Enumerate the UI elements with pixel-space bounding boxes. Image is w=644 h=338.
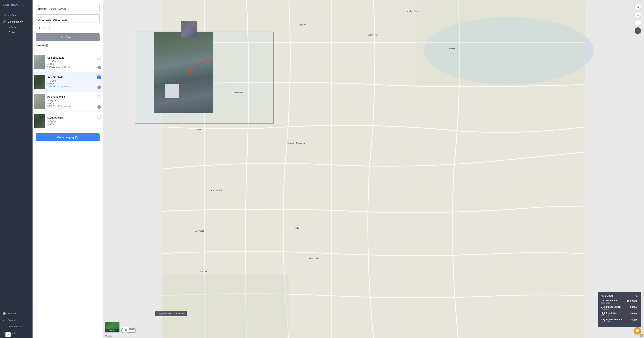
result-radio-1[interactable]	[97, 56, 101, 60]
result-item-1[interactable]: Sep 2nd, 2023 ✦ SkySat ⊟ 0.5m $878.10 US…	[32, 52, 103, 72]
filter-btn-label: Filter	[42, 27, 47, 29]
sidebar-bottom: ? Support Account Collapse Nav	[0, 308, 32, 338]
map-info-icon[interactable]: i	[640, 334, 643, 337]
result-thumb-1	[34, 55, 45, 69]
mapbox-logo: 🗺 mapbox	[105, 335, 113, 337]
result-meta-res-2: ⊟ 0.5m	[47, 82, 95, 85]
dates-value: Jul 01, 2023 - Dec 01, 2023	[38, 18, 97, 21]
resolution-icon-4: ⊟	[47, 123, 49, 125]
past-label: > Past	[9, 31, 15, 33]
dates-label: Dates	[38, 16, 97, 18]
result-info-btn-3[interactable]: i	[98, 105, 101, 109]
svg-rect-6	[162, 275, 289, 338]
question-icon: ?	[3, 312, 6, 315]
left-panel: Location Hamilton, Ontario, Canada Dates…	[32, 0, 103, 338]
result-radio-4[interactable]	[97, 115, 101, 119]
chat-bubble-button[interactable]	[634, 327, 641, 335]
area-limits-row-3: High Resolution 50cm - 1m 500km²	[601, 312, 638, 317]
area-limits-row-1: Low Resolution 8.1m - 15m 10,000km²	[601, 299, 638, 304]
results-list: Sep 2nd, 2023 ✦ SkySat ⊟ 0.5m $878.10 US…	[32, 52, 103, 131]
resolution-icon-1: ⊟	[47, 63, 49, 65]
map-area[interactable]: Headon Forest Waterdown Millgrove Burlin…	[103, 0, 644, 338]
sidebar-item-order-imagery-label: Order Imagery	[8, 20, 23, 23]
sidebar-item-future[interactable]: > Future	[7, 25, 32, 29]
result-item-4[interactable]: Oct 6th, 2023 ✦ SkySat ⊟ 0.5m	[32, 112, 103, 131]
skysat-icon-4: ✦	[47, 121, 49, 123]
map-controls-right	[634, 3, 641, 34]
result-info-btn-1[interactable]: i	[98, 66, 101, 69]
result-info-1: Sep 2nd, 2023 ✦ SkySat ⊟ 0.5m $878.10 US…	[47, 56, 95, 68]
result-meta-res-1: ⊟ 0.5m	[47, 63, 95, 65]
result-info-2: Sep 6th, 2023 ✦ SkySat ⊟ 0.5m $841.78 US…	[47, 76, 95, 88]
area-limits-panel: Area Limits ⊞ Low Resolution 8.1m - 15m …	[598, 292, 641, 327]
app-logo: EARTHCACHE	[0, 0, 32, 10]
area-limits-row-2: Medium Resolution 1.5m - 8m 500km²	[601, 306, 638, 310]
map-crop-button[interactable]	[634, 11, 641, 18]
filter-icon: ⊞	[38, 27, 40, 29]
skysat-icon-3: ✦	[47, 100, 49, 102]
result-item-2[interactable]: Sep 6th, 2023 ✦ SkySat ⊟ 0.5m $841.78 US…	[32, 72, 103, 92]
collapse-nav-label: Collapse Nav	[8, 325, 22, 328]
satellite-image-main	[154, 31, 213, 113]
logo-text2: CACHE	[13, 3, 24, 6]
future-label: > Future	[9, 26, 17, 28]
result-radio-3[interactable]	[97, 95, 101, 99]
resolution-icon-3: ⊟	[47, 102, 49, 104]
result-meta-provider-1: ✦ SkySat	[47, 60, 95, 62]
result-meta-res-4: ⊟ 0.5m	[47, 123, 95, 126]
results-info-dot[interactable]: i	[45, 44, 48, 47]
order-imagery-button[interactable]: Order Imagery (1)	[36, 133, 100, 141]
svg-rect-10	[637, 14, 639, 16]
account-label: Account	[8, 319, 16, 322]
result-item-3[interactable]: Sep 24th, 2023 ✦ SkySat ⊟ 0.5m $832.20 U…	[32, 92, 103, 112]
location-field-group: Location Hamilton, Ontario, Canada	[36, 3, 100, 12]
resolution-icon-2: ⊟	[47, 83, 49, 85]
result-price-1: $878.10 USD (max cost)	[47, 66, 95, 68]
sidebar-nav: My Orders Order Imagery > Future > Past	[0, 10, 32, 308]
settings-icon	[3, 20, 6, 23]
sidebar-item-my-orders-label: My Orders	[8, 14, 18, 16]
image-icon	[3, 14, 6, 16]
dates-field-box[interactable]: Dates Jul 01, 2023 - Dec 01, 2023	[36, 14, 100, 23]
search-button[interactable]: 🔍 Search	[36, 33, 100, 41]
map-delete-button[interactable]	[634, 27, 641, 34]
result-thumb-3	[34, 94, 45, 109]
satellite-toggle-button[interactable]: Satellite	[105, 322, 120, 333]
result-thumb-4	[34, 114, 45, 128]
satellite-label: Satellite	[105, 329, 120, 332]
result-meta-provider-3: ✦ SkySat	[47, 99, 95, 102]
result-meta-provider-2: ✦ SkySat	[47, 80, 95, 82]
svg-rect-7	[416, 0, 585, 85]
search-btn-label: Search	[66, 36, 74, 39]
location-value: Hamilton, Ontario, Canada	[38, 7, 97, 10]
result-date-4: Oct 6th, 2023	[47, 117, 95, 119]
result-info-4: Oct 6th, 2023 ✦ SkySat ⊟ 0.5m	[47, 117, 95, 126]
sidebar: EARTHCACHE My Orders Order Imagery	[0, 0, 32, 338]
result-price-2: $841.78 USD (max cost)	[47, 85, 95, 88]
sidebar-item-logout[interactable]: Logout	[0, 330, 32, 336]
sidebar-item-order-imagery[interactable]: Order Imagery	[0, 18, 32, 25]
result-info-btn-2[interactable]: i	[98, 85, 101, 89]
location-label: Location	[38, 5, 97, 7]
sidebar-item-past[interactable]: > Past	[7, 29, 32, 34]
sidebar-item-support[interactable]: ? Support	[0, 310, 32, 317]
arrow-left-icon	[3, 325, 6, 328]
support-label: Support	[8, 312, 16, 315]
map-refresh-button[interactable]	[634, 3, 641, 10]
result-radio-2[interactable]	[97, 75, 101, 79]
draw-disabled-btn[interactable]	[123, 327, 129, 333]
skysat-icon-2: ✦	[47, 80, 49, 82]
map-upload-button[interactable]	[634, 19, 641, 26]
area-limits-header: Area Limits ⊞	[601, 294, 638, 297]
location-field-box[interactable]: Location Hamilton, Ontario, Canada	[36, 3, 100, 12]
draw-tool-btn[interactable]	[123, 327, 129, 333]
result-price-3: $832.20 USD (max cost)	[47, 105, 95, 108]
sidebar-item-collapse-nav[interactable]: Collapse Nav	[0, 323, 32, 330]
dates-field-group: Dates Jul 01, 2023 - Dec 01, 2023	[36, 14, 100, 23]
result-thumb-2	[34, 75, 45, 89]
filter-button[interactable]: ⊞ Filter	[36, 25, 50, 31]
sidebar-item-my-orders[interactable]: My Orders	[0, 12, 32, 18]
sidebar-item-account[interactable]: Account	[0, 317, 32, 323]
map-bottom-left-tools: Satellite 5 km	[105, 322, 136, 333]
area-limits-expand-icon[interactable]: ⊞	[636, 294, 638, 297]
